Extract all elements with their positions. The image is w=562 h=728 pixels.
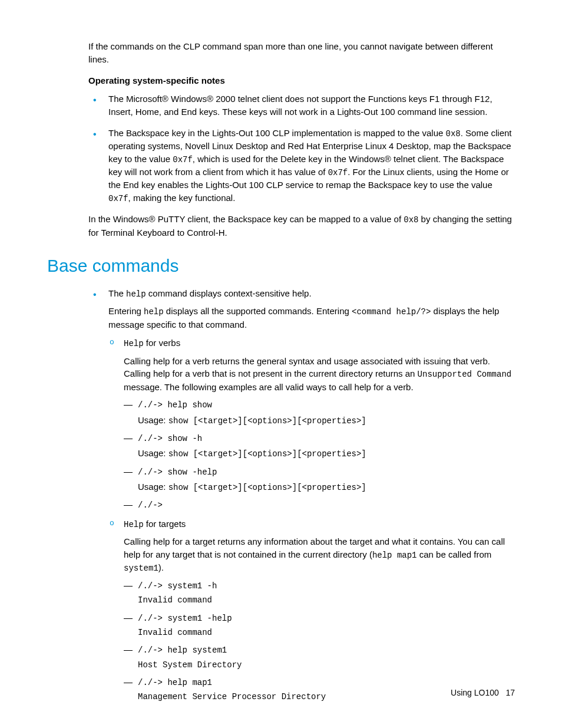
base-commands-list: The help command displays context-sensit… bbox=[88, 287, 515, 703]
sub-paragraph: Calling help for a verb returns the gene… bbox=[124, 355, 515, 394]
list-item: /./-> system1 -help Invalid command bbox=[124, 611, 515, 639]
command-text: /./-> help system1 bbox=[138, 645, 227, 655]
text-run: command displays context-sensitive help. bbox=[146, 288, 312, 298]
usage-label: Usage: bbox=[138, 415, 168, 425]
list-item: /./-> bbox=[124, 498, 515, 511]
code-inline: help bbox=[126, 289, 146, 299]
text-run: , making the key functional. bbox=[128, 193, 236, 203]
sub-paragraph: Calling help for a target returns any in… bbox=[124, 535, 515, 574]
code-inline: 0x7f bbox=[173, 155, 193, 164]
text-run: displays all the supported commands. Ent… bbox=[164, 306, 352, 316]
text-run: Entering bbox=[108, 306, 144, 316]
output-line: Invalid command bbox=[138, 627, 515, 638]
text-run: ). bbox=[158, 562, 164, 572]
list-item: The help command displays context-sensit… bbox=[88, 287, 515, 703]
text-run: The Backspace key in the Lights-Out 100 … bbox=[108, 128, 446, 138]
code-inline: help map1 bbox=[372, 551, 417, 560]
target-examples: /./-> system1 -h Invalid command /./-> s… bbox=[124, 579, 515, 703]
list-item: /./-> show -h Usage: show [<target>][<op… bbox=[124, 431, 515, 460]
text-run: for verbs bbox=[144, 338, 181, 348]
page-number: 17 bbox=[505, 688, 515, 697]
output-line: Invalid command bbox=[138, 594, 515, 606]
output-line: Host System Directory bbox=[138, 659, 515, 671]
os-notes-heading: Operating system-specific notes bbox=[88, 74, 515, 87]
footer-text: Using LO100 bbox=[451, 688, 499, 697]
command-text: /./-> help map1 bbox=[138, 678, 212, 687]
list-item: /./-> system1 -h Invalid command bbox=[124, 579, 515, 607]
code-inline: Help bbox=[124, 339, 144, 348]
list-item: The Microsoft® Windows® 2000 telnet clie… bbox=[88, 93, 515, 118]
code-inline: system1 bbox=[124, 564, 158, 573]
verb-examples: /./-> help show Usage: show [<target>][<… bbox=[124, 398, 515, 511]
list-item: /./-> help system1 Host System Directory bbox=[124, 643, 515, 671]
command-text: /./-> show -h bbox=[138, 434, 202, 443]
code-inline: 0x8 bbox=[446, 129, 461, 139]
code-inline: Unsupported Command bbox=[418, 370, 512, 379]
code-inline: help bbox=[144, 307, 164, 317]
command-text: /./-> system1 -help bbox=[138, 614, 232, 623]
usage-label: Usage: bbox=[138, 448, 168, 458]
os-notes-list: The Microsoft® Windows® 2000 telnet clie… bbox=[88, 93, 515, 205]
code-inline: 0x7f bbox=[108, 194, 128, 203]
command-text: /./-> help show bbox=[138, 400, 212, 410]
text-run: In the Windows® PuTTY client, the Backsp… bbox=[88, 214, 404, 224]
command-text: /./-> system1 -h bbox=[138, 581, 217, 591]
intro-paragraph: If the commands on the CLP command span … bbox=[88, 40, 515, 66]
code-inline: 0x8 bbox=[404, 215, 418, 225]
text-run: can be called from bbox=[417, 549, 492, 559]
sub-paragraph: Entering help displays all the supported… bbox=[108, 305, 515, 331]
text-run: message. The following examples are all … bbox=[124, 382, 414, 392]
list-item: /./-> show -help Usage: show [<target>][… bbox=[124, 465, 515, 494]
usage-line: Usage: show [<target>][<options>][<prope… bbox=[138, 447, 515, 460]
code-inline: show [<target>][<options>][<properties>] bbox=[168, 483, 366, 492]
command-text: /./-> bbox=[138, 500, 163, 510]
usage-label: Usage: bbox=[138, 482, 168, 492]
code-inline: Help bbox=[124, 520, 144, 529]
list-item: The Backspace key in the Lights-Out 100 … bbox=[88, 127, 515, 205]
page-footer: Using LO100 17 bbox=[451, 687, 515, 699]
page-content: If the commands on the CLP command span … bbox=[88, 40, 515, 703]
section-heading: Base commands bbox=[47, 253, 515, 279]
usage-line: Usage: show [<target>][<options>][<prope… bbox=[138, 414, 515, 427]
code-inline: <command help/?> bbox=[352, 307, 431, 317]
command-text: /./-> show -help bbox=[138, 467, 217, 477]
putty-paragraph: In the Windows® PuTTY client, the Backsp… bbox=[88, 213, 515, 239]
list-item: /./-> help show Usage: show [<target>][<… bbox=[124, 398, 515, 427]
code-inline: show [<target>][<options>][<properties>] bbox=[168, 416, 366, 426]
list-item: Help for verbs Calling help for a verb r… bbox=[108, 337, 515, 511]
code-inline: show [<target>][<options>][<properties>] bbox=[168, 449, 366, 459]
help-sublist: Help for verbs Calling help for a verb r… bbox=[108, 337, 515, 703]
text-run: for targets bbox=[144, 519, 186, 529]
code-inline: 0x7f bbox=[328, 168, 348, 177]
list-item: Help for targets Calling help for a targ… bbox=[108, 518, 515, 703]
text-run: The bbox=[108, 288, 126, 298]
usage-line: Usage: show [<target>][<options>][<prope… bbox=[138, 480, 515, 493]
